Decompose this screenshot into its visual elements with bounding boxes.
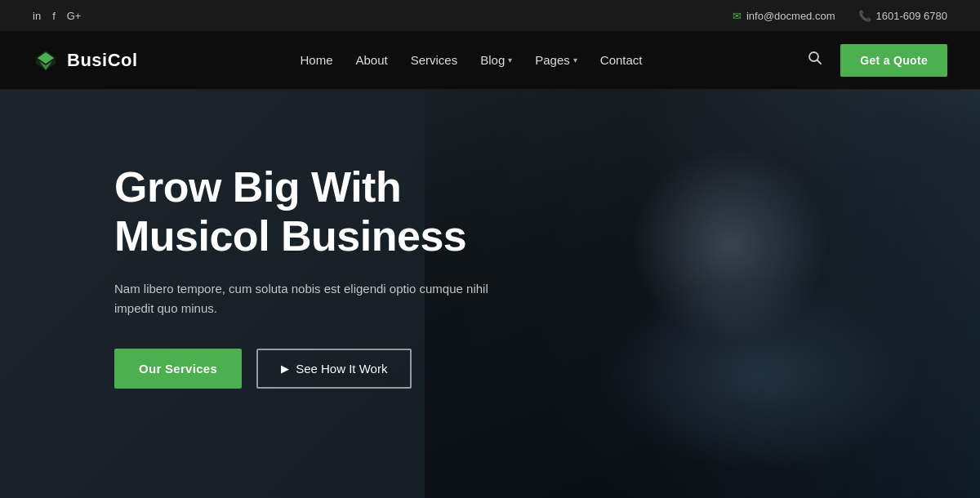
hero-section: Grow Big With Musicol Business Nam liber… — [0, 90, 980, 498]
top-bar: in f G+ ✉ info@docmed.com 📞 1601-609 678… — [0, 0, 980, 31]
hero-content: Grow Big With Musicol Business Nam liber… — [114, 163, 490, 389]
get-quote-button[interactable]: Get a Quote — [840, 44, 947, 77]
see-how-it-work-button[interactable]: ▶ See How It Work — [256, 349, 412, 389]
logo[interactable]: BusiCol — [33, 47, 138, 73]
social-links: in f G+ — [33, 10, 81, 22]
play-icon: ▶ — [281, 362, 289, 375]
email-icon: ✉ — [733, 10, 742, 22]
our-services-button[interactable]: Our Services — [114, 349, 242, 389]
nav-home[interactable]: Home — [300, 53, 332, 67]
pages-dropdown-icon: ▾ — [573, 56, 577, 64]
nav-services[interactable]: Services — [411, 53, 458, 67]
search-button[interactable] — [804, 47, 826, 73]
nav-contact[interactable]: Contact — [600, 53, 643, 67]
logo-text: BusiCol — [67, 50, 138, 71]
googleplus-icon[interactable]: G+ — [67, 10, 82, 22]
email-text: info@docmed.com — [746, 10, 835, 22]
hero-subtitle: Nam libero tempore, cum soluta nobis est… — [114, 279, 490, 320]
hero-person-image — [425, 90, 980, 498]
search-icon — [808, 51, 822, 65]
linkedin-icon[interactable]: in — [33, 10, 41, 22]
header-actions: Get a Quote — [804, 44, 947, 77]
logo-icon — [33, 47, 59, 73]
nav-pages[interactable]: Pages ▾ — [535, 53, 577, 67]
header: BusiCol Home About Services Blog ▾ Pages… — [0, 31, 980, 90]
phone-icon: 📞 — [858, 10, 871, 22]
email-contact: ✉ info@docmed.com — [733, 10, 835, 22]
svg-line-4 — [817, 60, 822, 64]
hero-title: Grow Big With Musicol Business — [114, 163, 490, 261]
contact-info: ✉ info@docmed.com 📞 1601-609 6780 — [733, 10, 947, 22]
phone-text: 1601-609 6780 — [876, 10, 947, 22]
phone-contact: 📞 1601-609 6780 — [858, 10, 947, 22]
blog-dropdown-icon: ▾ — [508, 56, 512, 64]
nav-blog[interactable]: Blog ▾ — [480, 53, 512, 67]
nav-about[interactable]: About — [355, 53, 387, 67]
hero-cta-buttons: Our Services ▶ See How It Work — [114, 349, 490, 389]
facebook-icon[interactable]: f — [52, 10, 56, 22]
navigation: Home About Services Blog ▾ Pages ▾ Conta… — [300, 53, 642, 67]
